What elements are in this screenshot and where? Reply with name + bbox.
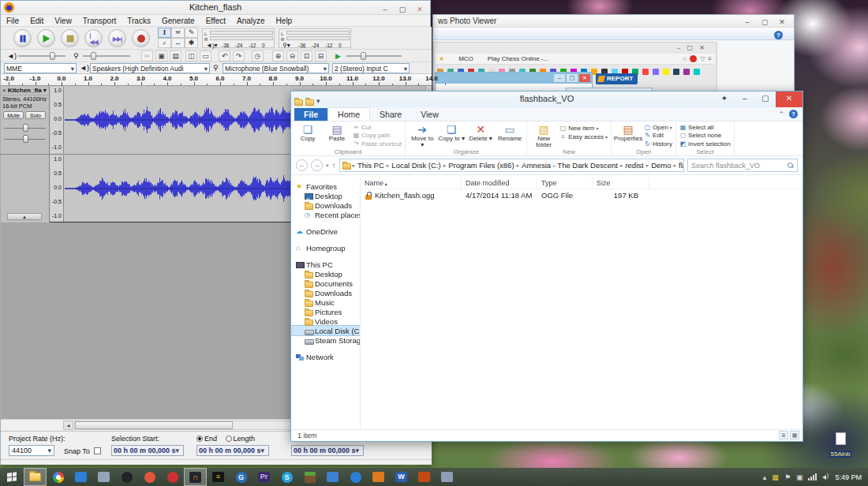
track-collapse-button[interactable]: ▲ bbox=[7, 213, 42, 220]
copy-button[interactable]: ▣ bbox=[155, 50, 167, 62]
explorer-titlebar[interactable]: ▾ flashback_VO ✦ – ▢ ✕ bbox=[291, 92, 803, 107]
ribbon-button-delete[interactable]: ✕Delete ▾ bbox=[467, 122, 494, 148]
menu-view[interactable]: View bbox=[49, 17, 77, 25]
network-icon[interactable] bbox=[808, 473, 817, 480]
sidebar-item-onedrive[interactable]: ☁OneDrive bbox=[291, 226, 360, 236]
menu-transport[interactable]: Transport bbox=[77, 17, 122, 25]
timeline-ruler[interactable]: -2.0-1.00.01.02.03.04.05.06.07.08.09.010… bbox=[1, 74, 432, 86]
sidebar-item-local-disk-c-[interactable]: Local Disk (C:) bbox=[291, 326, 360, 335]
taskbar-app-icon-6[interactable] bbox=[161, 468, 184, 486]
sidebar-item-downloads[interactable]: Downloads bbox=[291, 288, 360, 297]
recent-locations-arrow[interactable]: ▾ bbox=[326, 163, 329, 169]
playback-speed-slider[interactable] bbox=[346, 55, 402, 57]
volume-icon[interactable] bbox=[822, 473, 829, 480]
breadcrumb[interactable]: ▸This PC▸Local Disk (C:)▸Program Files (… bbox=[339, 159, 684, 172]
ribbon-button-edit[interactable]: ✎Edit bbox=[644, 132, 672, 139]
ribbon-button-rename[interactable]: ▭Rename bbox=[496, 122, 523, 148]
timeshift-tool[interactable]: ↔ bbox=[171, 38, 185, 48]
mini-window-titlebar[interactable]: – ▢ ✕ bbox=[436, 73, 592, 84]
sidebar-item-music[interactable]: Music bbox=[291, 297, 360, 307]
tab-share[interactable]: Share bbox=[370, 108, 411, 121]
bookmark-item[interactable]: MCO bbox=[458, 55, 473, 62]
maximize-button[interactable]: ▢ bbox=[567, 74, 578, 82]
input-volume-slider[interactable] bbox=[83, 55, 130, 57]
file-row[interactable]: Kitchen_flash.ogg4/17/2014 11:18 AMOGG F… bbox=[361, 189, 803, 201]
bookmark-item[interactable]: Play Chess Online -... bbox=[488, 55, 548, 62]
close-button[interactable]: ✕ bbox=[776, 92, 803, 107]
home-icon[interactable]: ⌂ bbox=[683, 55, 687, 62]
column-header-size[interactable]: Size bbox=[593, 177, 649, 189]
action-center-flag-icon[interactable]: ⚑ bbox=[784, 473, 791, 481]
help-toggle-icon[interactable]: ✦ bbox=[714, 92, 735, 107]
sidebar-item-this-pc[interactable]: This PC bbox=[291, 260, 360, 269]
ribbon-button-invert-selection[interactable]: ◩Invert selection bbox=[679, 140, 731, 148]
ribbon-button-properties[interactable]: ▤Properties bbox=[615, 122, 642, 148]
track-close-button[interactable]: × bbox=[2, 87, 6, 94]
taskbar-app-icon-8[interactable]: ≡ bbox=[207, 468, 230, 486]
tab-home[interactable]: Home bbox=[327, 107, 370, 121]
ribbon-button-select-all[interactable]: ▦Select all bbox=[679, 124, 731, 131]
paste-button[interactable]: ▤ bbox=[170, 50, 181, 62]
record-icon[interactable] bbox=[690, 55, 697, 62]
maximize-button[interactable]: ▢ bbox=[755, 92, 776, 107]
zoom-in-button[interactable]: ⊕ bbox=[272, 50, 284, 62]
help-icon[interactable]: ? bbox=[774, 31, 783, 39]
sidebar-item-network[interactable]: Network bbox=[291, 352, 360, 361]
sidebar-item-desktop[interactable]: Desktop bbox=[291, 191, 360, 200]
breadcrumb-segment[interactable]: Demo bbox=[651, 161, 671, 170]
menu-tracks[interactable]: Tracks bbox=[122, 17, 156, 25]
ribbon-button-open[interactable]: ▢Open▾ bbox=[644, 124, 672, 131]
project-rate-select[interactable]: 44100▾ bbox=[9, 445, 54, 456]
taskbar-app-icon-11[interactable]: S bbox=[275, 468, 298, 486]
column-header-type[interactable]: Type bbox=[537, 177, 593, 189]
photo-viewer-titlebar[interactable]: ws Photo Viewer –▢✕ bbox=[433, 15, 794, 28]
fit-selection-button[interactable]: ⊡ bbox=[301, 50, 312, 62]
end-radio[interactable] bbox=[196, 436, 203, 442]
taskbar-minecraft-icon[interactable] bbox=[298, 468, 321, 486]
forward-button[interactable]: → bbox=[311, 159, 323, 171]
stop-button[interactable] bbox=[61, 29, 79, 47]
shield-icon[interactable]: ▽ bbox=[700, 55, 705, 62]
minimize-button[interactable]: – bbox=[739, 17, 756, 28]
envelope-tool[interactable]: ≍ bbox=[171, 28, 185, 38]
close-button[interactable]: ✕ bbox=[579, 74, 590, 82]
breadcrumb-segment[interactable]: redist bbox=[625, 161, 643, 170]
breadcrumb-segment[interactable]: Local Disk (C:) bbox=[391, 161, 440, 170]
favicon[interactable] bbox=[694, 69, 700, 75]
menu-generate[interactable]: Generate bbox=[156, 17, 200, 25]
show-hidden-icons[interactable]: ▴ bbox=[763, 473, 767, 481]
taskbar-chrome-icon[interactable] bbox=[47, 468, 69, 486]
taskbar-audacity-icon[interactable]: ∩ bbox=[184, 468, 207, 486]
scroll-left-arrow[interactable]: ◂ bbox=[63, 421, 73, 430]
ribbon-button-history[interactable]: ↻History bbox=[644, 140, 672, 148]
pan-slider[interactable] bbox=[4, 135, 46, 143]
taskbar-app-icon-9[interactable]: G bbox=[230, 468, 253, 486]
skip-to-start-button[interactable]: |◀◀ bbox=[84, 29, 103, 47]
breadcrumb-segment[interactable]: Amnesia - The Dark Descent bbox=[522, 161, 618, 170]
up-button[interactable]: ↑ bbox=[332, 161, 336, 170]
menu-icon[interactable]: ≡ bbox=[708, 55, 712, 62]
ribbon-button-paste[interactable]: ▤Paste bbox=[324, 122, 350, 148]
maximize-button[interactable]: ▢ bbox=[756, 17, 773, 28]
fit-project-button[interactable]: ⊟ bbox=[315, 50, 327, 62]
taskbar-app-icon-5[interactable] bbox=[138, 468, 161, 486]
start-button[interactable] bbox=[0, 468, 24, 486]
ribbon-button-select-none[interactable]: ▢Select none bbox=[679, 132, 731, 139]
taskbar-app-icon-14[interactable] bbox=[344, 468, 367, 486]
play-button[interactable] bbox=[37, 29, 55, 47]
silence-button[interactable]: ▭ bbox=[200, 50, 211, 62]
details-view-icon[interactable]: ≣ bbox=[779, 431, 788, 439]
column-header-date-modified[interactable]: Date modified bbox=[462, 177, 537, 189]
sidebar-item-documents[interactable]: Documents bbox=[291, 279, 360, 288]
ribbon-button-copy-path[interactable]: ▦Copy path bbox=[353, 132, 402, 139]
explorer-window-buttons[interactable]: ✦ – ▢ ✕ bbox=[714, 92, 803, 107]
favicon[interactable] bbox=[653, 69, 659, 75]
taskbar-app-icon-3[interactable] bbox=[92, 468, 115, 486]
maximize-button[interactable]: ▢ bbox=[394, 5, 411, 15]
taskbar-app-icon-16[interactable]: W bbox=[390, 468, 413, 486]
close-button[interactable]: ✕ bbox=[411, 5, 428, 15]
ribbon-button-new-item[interactable]: ▢New item▾ bbox=[559, 124, 608, 132]
solo-button[interactable]: Solo bbox=[25, 111, 46, 119]
audio-host-select[interactable]: MME ▾ bbox=[4, 63, 77, 73]
ribbon-button-new-folder[interactable]: ▧New folder bbox=[530, 122, 557, 148]
